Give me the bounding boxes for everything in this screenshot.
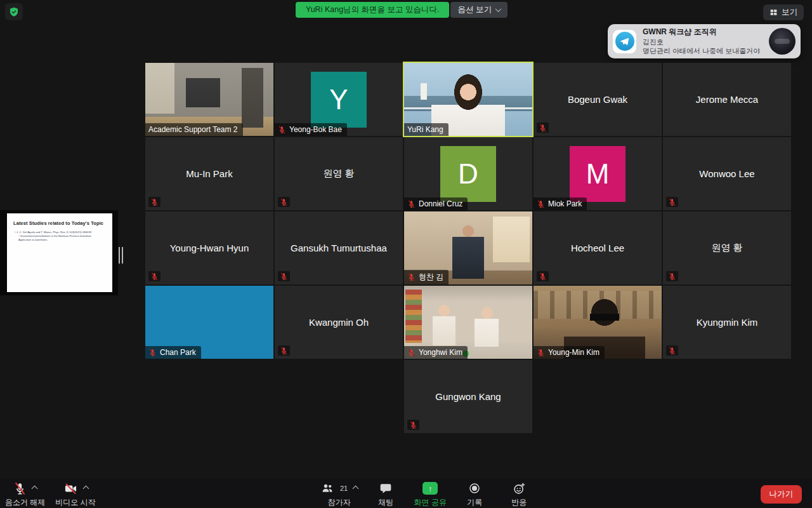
participant-name: 원영 황: [275, 137, 403, 210]
participant-tile[interactable]: Yonghwi Kim: [404, 286, 532, 359]
muted-mic-icon: [537, 271, 549, 281]
muted-mic-icon: [407, 273, 416, 281]
preview-resize-handle[interactable]: [119, 247, 123, 264]
name-label: Young-Min Kim: [534, 346, 605, 359]
participant-tile[interactable]: Gansukh Tumurtushaa: [275, 211, 403, 284]
meeting-toolbar: 음소거 해제 비디오 시작 21: [0, 479, 812, 508]
telegram-notification-toast[interactable]: GWNR 워크샵 조직위 김진호 명단관리 아태에서 나중에 보내줄거야: [608, 24, 801, 58]
video-options-chevron[interactable]: [82, 485, 89, 491]
participant-tile[interactable]: Chan Park: [145, 286, 273, 359]
participants-chevron[interactable]: [353, 485, 359, 491]
muted-mic-icon: [278, 345, 290, 356]
participant-tile[interactable]: Jerome Mecca: [663, 63, 791, 136]
audio-options-chevron[interactable]: [32, 485, 38, 491]
notification-sender: 김진호: [643, 37, 760, 46]
participant-name: 형찬 김: [419, 272, 443, 283]
participant-name: Hocheol Lee: [534, 211, 662, 284]
participant-tile[interactable]: Young-Min Kim: [534, 286, 662, 359]
view-button-label: 보기: [782, 7, 797, 18]
muted-mic-icon: [148, 271, 160, 281]
slide-sub-bullet: ◦ Gravitational perturbations in the New…: [18, 234, 103, 241]
security-shield-button[interactable]: [5, 3, 23, 20]
muted-mic-icon: [278, 126, 286, 134]
muted-mic-icon: [666, 345, 678, 356]
share-screen-button[interactable]: ↑ 화면 공유: [414, 480, 447, 508]
name-label: Chan Park: [145, 346, 201, 359]
participant-name: Yonghwi Kim: [419, 348, 462, 357]
view-options-button[interactable]: 옵션 보기: [450, 2, 507, 18]
participant-tile[interactable]: Wonwoo Lee: [663, 137, 791, 210]
participant-name: Young-Min Kim: [548, 348, 599, 357]
slide-bullet: • J. C. Del Aguila and T. Matos, Phys. R…: [15, 231, 107, 234]
notification-message: 명단관리 아태에서 나중에 보내줄거야: [643, 46, 760, 55]
view-layout-button[interactable]: 보기: [763, 4, 804, 20]
muted-mic-icon: [148, 197, 160, 207]
participant-tile[interactable]: Young-Hwan Hyun: [145, 211, 273, 284]
participants-button[interactable]: 21 참가자: [320, 480, 358, 508]
muted-mic-icon: [278, 197, 290, 207]
participant-name: YuRi Kang: [407, 125, 443, 134]
participant-tile[interactable]: Gungwon Kang: [404, 360, 532, 433]
muted-mic-icon: [407, 200, 416, 208]
chevron-down-icon: [495, 6, 502, 12]
muted-mic-icon: [537, 200, 545, 208]
participant-tile[interactable]: DDonniel Cruz: [404, 137, 532, 210]
participant-tile[interactable]: YuRi Kang: [404, 63, 532, 136]
participant-name: Yeong-Bok Bae: [289, 125, 342, 134]
screen-share-preview[interactable]: Latest Studies related to Today's Topic …: [0, 210, 118, 295]
leave-button[interactable]: 나가기: [761, 485, 802, 504]
shield-check-icon: [8, 6, 20, 18]
muted-mic-icon: [666, 271, 678, 281]
avatar: M: [570, 146, 625, 202]
participant-tile[interactable]: Hocheol Lee: [534, 211, 662, 284]
participant-name: Young-Hwan Hyun: [145, 211, 273, 284]
participant-tile[interactable]: Bogeun Gwak: [534, 63, 662, 136]
name-label: Miok Park: [534, 197, 587, 210]
avatar: D: [440, 146, 496, 202]
participant-tile[interactable]: MMiok Park: [534, 137, 662, 210]
participant-name: Wonwoo Lee: [663, 137, 791, 210]
camera-off-icon: [63, 482, 78, 495]
share-screen-label: 화면 공유: [414, 497, 447, 508]
name-label: 형찬 김: [404, 270, 449, 284]
participant-grid: Academic Support Team 2YYeong-Bok BaeYuR…: [145, 63, 791, 434]
name-label: Academic Support Team 2: [145, 123, 243, 136]
muted-mic-icon: [278, 271, 290, 281]
participant-tile[interactable]: Kwangmin Oh: [275, 286, 403, 359]
chat-button[interactable]: 채팅: [369, 480, 402, 508]
notification-avatar: [769, 28, 796, 55]
reactions-button[interactable]: 반응: [502, 480, 535, 508]
screen-share-banner: YuRi Kang님의 화면을 보고 있습니다. 옵션 보기: [296, 2, 508, 18]
participant-name: Jerome Mecca: [663, 63, 791, 136]
participant-name: Kyungmin Kim: [663, 286, 791, 359]
participant-name: Bogeun Gwak: [534, 63, 662, 136]
record-label: 기록: [467, 497, 482, 508]
muted-mic-icon: [666, 197, 678, 207]
zoom-meeting-window: YuRi Kang님의 화면을 보고 있습니다. 옵션 보기 보기 GWNR 워…: [0, 0, 812, 508]
muted-mic-icon: [407, 349, 416, 357]
participant-tile[interactable]: Academic Support Team 2: [145, 63, 273, 136]
participant-tile[interactable]: Mu-In Park: [145, 137, 273, 210]
participant-tile[interactable]: 형찬 김: [404, 211, 532, 284]
avatar: Y: [311, 72, 367, 128]
participant-tile[interactable]: YYeong-Bok Bae: [275, 63, 403, 136]
notification-text: GWNR 워크샵 조직위 김진호 명단관리 아태에서 나중에 보내줄거야: [643, 27, 760, 55]
participant-tile[interactable]: 원영 황: [663, 211, 791, 284]
record-button[interactable]: 기록: [458, 480, 491, 508]
participant-tile[interactable]: Kyungmin Kim: [663, 286, 791, 359]
unmute-button[interactable]: 음소거 해제: [5, 480, 45, 508]
reactions-label: 반응: [511, 497, 527, 508]
muted-mic-icon: [407, 420, 419, 430]
viewing-screen-banner: YuRi Kang님의 화면을 보고 있습니다.: [296, 2, 449, 18]
participant-tile[interactable]: 원영 황: [275, 137, 403, 210]
participants-label: 참가자: [328, 497, 351, 508]
name-label: YuRi Kang: [404, 123, 449, 136]
name-label: Yonghwi Kim: [404, 346, 468, 359]
participant-count: 21: [340, 485, 348, 492]
slide-title: Latest Studies related to Today's Topic: [13, 220, 106, 226]
muted-mic-icon: [537, 349, 545, 357]
notification-title: GWNR 워크샵 조직위: [643, 27, 760, 37]
share-screen-icon: ↑: [422, 482, 438, 495]
muted-mic-icon: [537, 123, 549, 133]
start-video-button[interactable]: 비디오 시작: [55, 480, 95, 508]
